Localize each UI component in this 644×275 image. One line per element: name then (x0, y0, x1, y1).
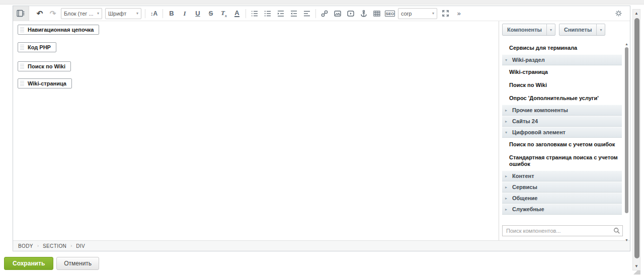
component-list-item[interactable]: Поиск по заголовкам с учетом ошибок (502, 138, 622, 151)
scrollbar-thumb[interactable] (634, 18, 639, 258)
underline-button[interactable]: U (191, 8, 204, 20)
component-list-item[interactable]: Опрос 'Дополнительные услуги' (502, 91, 622, 105)
canvas-component-block[interactable]: Код PHP (18, 42, 56, 52)
italic-button[interactable]: I (178, 8, 191, 20)
component-list-item[interactable]: Поиск по Wiki (502, 78, 622, 91)
category-label: Сервисы (512, 184, 537, 190)
text-color-button[interactable]: A (230, 8, 244, 20)
canvas-component-block[interactable]: Wiki-страница (18, 78, 72, 88)
snippets-tab-label: Сниппеты (559, 24, 596, 35)
components-tab-button[interactable]: Компоненты ▾ (502, 24, 555, 36)
block-tag-dropdown-value: Блок (тег ... (64, 11, 94, 17)
table-button[interactable] (370, 8, 383, 20)
page-scrollbar[interactable]: ▲ ▼ (632, 9, 640, 270)
editor-toolbar: ↶ ↷ Блок (тег ... ▾ Шрифт ▾ ↕A B I U S T… (13, 6, 630, 21)
unordered-list-icon (264, 10, 272, 18)
canvas-component-block[interactable]: Поиск по Wiki (18, 61, 71, 71)
component-category-services[interactable]: ▸ Сервисы (502, 181, 622, 193)
strikethrough-button[interactable]: S (204, 8, 217, 20)
canvas-component-block[interactable]: Навигационная цепочка (18, 25, 99, 35)
video-icon (347, 10, 355, 18)
undo-button[interactable]: ↶ (33, 8, 46, 20)
category-label: Контент (512, 173, 534, 179)
fullscreen-icon (442, 10, 449, 17)
more-tools-button[interactable]: » (452, 8, 465, 20)
site-template-dropdown[interactable]: corp ▾ (398, 8, 437, 19)
chevron-down-icon: ▾ (505, 130, 509, 135)
component-search (502, 225, 623, 236)
bold-button[interactable]: B (165, 8, 178, 20)
outdent-icon (290, 10, 298, 18)
breadcrumb-tag-div[interactable]: DIV (76, 243, 85, 249)
table-icon (373, 10, 381, 18)
site-template-dropdown-value: corp (401, 11, 412, 17)
outdent-button[interactable] (287, 8, 300, 20)
underline-icon: U (195, 10, 200, 17)
link-button[interactable] (318, 8, 331, 20)
chevron-down-icon: ▾ (136, 11, 138, 16)
font-size-button[interactable]: ↕A (147, 8, 160, 20)
video-button[interactable] (344, 8, 357, 20)
panel-tabs: Компоненты ▾ Сниппеты ▾ (502, 24, 628, 36)
component-category-other[interactable]: ▸ Прочие компоненты (502, 105, 622, 116)
scroll-up-icon[interactable]: ▲ (624, 41, 629, 46)
settings-button[interactable] (612, 8, 625, 20)
chevron-down-icon[interactable]: ▾ (546, 24, 555, 35)
clear-format-button[interactable]: Tx (217, 8, 230, 20)
anchor-icon (360, 10, 368, 18)
components-list-scrollbar[interactable]: ▲ ▼ (624, 41, 629, 242)
toolbar-separator (145, 9, 145, 18)
component-list-item[interactable]: Wiki-страница (502, 65, 622, 78)
undo-icon: ↶ (37, 9, 43, 18)
ordered-list-icon (251, 10, 259, 18)
breadcrumb-tag-section[interactable]: SECTION (43, 243, 66, 249)
component-category-communication[interactable]: ▸ Общение (502, 193, 622, 204)
component-category-wiki[interactable]: ▾ Wiki-раздел (502, 54, 622, 65)
breadcrumb-tag-body[interactable]: BODY (18, 243, 33, 249)
scroll-down-icon[interactable]: ▼ (624, 237, 629, 242)
component-category-content[interactable]: ▸ Контент (502, 170, 622, 181)
seo-button[interactable]: SEO (383, 8, 396, 20)
scroll-down-icon[interactable]: ▼ (633, 262, 640, 270)
component-block-label: Поиск по Wiki (28, 63, 65, 69)
component-list-item[interactable]: Стандартная страница поиска с учетом оши… (502, 151, 622, 170)
text-color-icon: A (234, 10, 239, 17)
edit-canvas[interactable]: Навигационная цепочка Код PHP Поиск по W… (13, 21, 499, 240)
component-search-input[interactable] (502, 225, 623, 236)
snippets-tab-button[interactable]: Сниппеты ▾ (559, 24, 605, 36)
category-label: Wiki-раздел (512, 57, 545, 63)
save-button[interactable]: Сохранить (4, 257, 53, 270)
component-list-item[interactable]: Сервисы для терминала (502, 41, 622, 54)
tag-breadcrumb: BODY › SECTION › DIV (13, 240, 630, 251)
category-label: Служебные (512, 206, 544, 212)
image-button[interactable] (331, 8, 344, 20)
align-left-button[interactable] (300, 8, 313, 20)
components-panel: Компоненты ▾ Сниппеты ▾ Сервисы для терм… (499, 21, 630, 240)
drag-grip-icon (20, 27, 24, 33)
category-label: Цифровой элемент (512, 129, 566, 135)
toolbar-separator (163, 9, 163, 18)
cancel-button[interactable]: Отменить (56, 257, 99, 270)
anchor-button[interactable] (357, 8, 370, 20)
indent-button[interactable] (274, 8, 287, 20)
component-category-digital[interactable]: ▾ Цифровой элемент (502, 127, 622, 138)
category-label: Общение (512, 195, 537, 201)
ordered-list-button[interactable] (248, 8, 261, 20)
scrollbar-thumb[interactable] (625, 47, 628, 213)
font-dropdown[interactable]: Шрифт ▾ (105, 8, 141, 19)
block-tag-dropdown[interactable]: Блок (тег ... ▾ (61, 8, 102, 19)
drag-grip-icon (20, 81, 24, 86)
fullscreen-button[interactable] (439, 8, 452, 20)
breadcrumb-separator-icon: › (70, 243, 72, 248)
chevron-down-icon[interactable]: ▾ (596, 24, 605, 35)
redo-button[interactable]: ↷ (46, 8, 59, 20)
chevron-right-icon: ▸ (505, 185, 509, 190)
link-icon (320, 10, 329, 18)
components-panel-toggle-button[interactable] (13, 6, 29, 21)
component-category-utility[interactable]: ▸ Служебные (502, 204, 622, 215)
scroll-up-icon[interactable]: ▲ (633, 10, 640, 17)
chevron-right-icon: ▸ (505, 108, 509, 113)
component-category-sites24[interactable]: ▸ Сайты 24 (502, 116, 622, 127)
components-panel-icon (17, 10, 25, 17)
unordered-list-button[interactable] (261, 8, 274, 20)
